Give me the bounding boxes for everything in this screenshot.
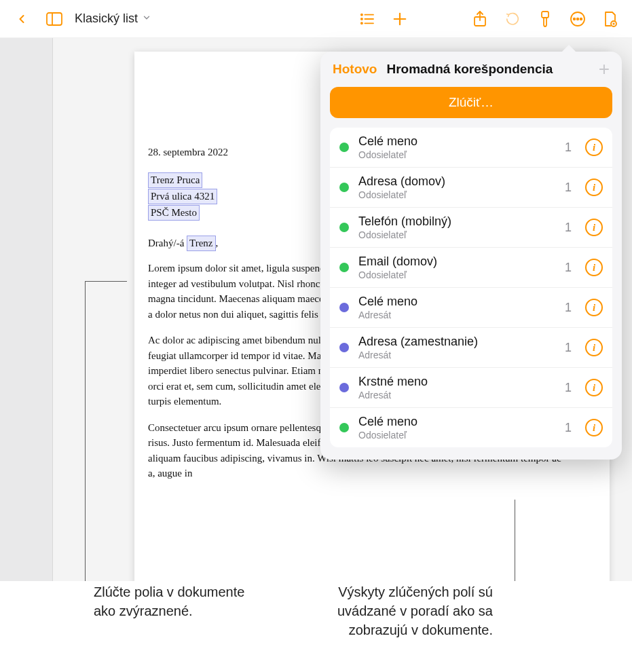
salutation-name-field[interactable]: Trenz	[187, 236, 215, 251]
merge-button[interactable]: Zlúčiť…	[330, 87, 612, 118]
field-color-dot	[339, 263, 349, 272]
add-field-button[interactable]: +	[599, 60, 610, 79]
thumbnail-rail[interactable]	[0, 38, 53, 581]
merge-field-row[interactable]: Celé menoOdosielateľ1i	[330, 408, 612, 447]
field-color-dot	[339, 183, 349, 192]
outline-button[interactable]	[351, 3, 384, 35]
sidebar-toggle-button[interactable]	[38, 3, 71, 35]
info-icon[interactable]: i	[585, 138, 603, 156]
info-icon[interactable]: i	[585, 379, 603, 396]
salutation-prefix: Drahý/-á	[148, 238, 187, 248]
merge-field-row[interactable]: Krstné menoAdresát1i	[330, 368, 612, 408]
field-role: Adresát	[358, 310, 555, 320]
document-title-dropdown[interactable]: Klasický list	[75, 12, 151, 26]
document-title: Klasický list	[75, 12, 138, 26]
field-text: Adresa (domov)Odosielateľ	[358, 174, 555, 200]
field-color-dot	[339, 343, 349, 352]
field-count: 1	[565, 181, 572, 195]
merge-field-row[interactable]: Celé menoAdresát1i	[330, 288, 612, 328]
svg-point-2	[361, 14, 363, 15]
more-button[interactable]	[561, 3, 594, 35]
field-name: Adresa (zamestnanie)	[358, 335, 555, 349]
captions: Zlúčte polia v dokumente ako zvýraznené.…	[0, 582, 632, 639]
field-count: 1	[565, 421, 572, 435]
field-role: Odosielateľ	[358, 189, 555, 200]
field-name: Celé meno	[358, 134, 555, 149]
field-color-dot	[339, 223, 349, 232]
field-name: Adresa (domov)	[358, 174, 555, 189]
done-button[interactable]: Hotovo	[333, 62, 377, 77]
svg-rect-11	[542, 12, 549, 18]
callout-line-right	[515, 500, 515, 581]
chevron-down-icon	[142, 12, 151, 26]
svg-point-4	[361, 18, 363, 19]
popover-header: Hotovo Hromadná korešpondencia +	[330, 60, 612, 79]
share-button[interactable]	[464, 3, 496, 35]
field-text: Adresa (zamestnanie)Adresát	[358, 335, 555, 360]
field-color-dot	[339, 303, 349, 312]
field-count: 1	[565, 301, 572, 315]
field-text: Telefón (mobilný)Odosielateľ	[358, 214, 555, 240]
field-text: Email (domov)Odosielateľ	[358, 255, 555, 280]
field-text: Krstné menoAdresát	[358, 375, 555, 400]
field-name: Telefón (mobilný)	[358, 214, 555, 229]
salutation-suffix: ,	[216, 238, 219, 248]
field-name: Krstné meno	[358, 375, 555, 389]
recipient-name-field[interactable]: Trenz Pruca	[148, 172, 202, 188]
field-role: Odosielateľ	[358, 269, 555, 280]
format-brush-button[interactable]	[529, 3, 561, 35]
field-name: Celé meno	[358, 295, 555, 309]
field-color-dot	[339, 423, 349, 432]
info-icon[interactable]: i	[585, 219, 603, 236]
merge-field-row[interactable]: Celé menoOdosielateľ1i	[330, 128, 612, 168]
popover-title: Hromadná korešpondencia	[386, 62, 589, 77]
info-icon[interactable]: i	[585, 179, 603, 196]
svg-point-6	[361, 22, 363, 24]
recipient-address-field[interactable]: Prvá ulica 4321	[148, 189, 217, 204]
back-button[interactable]	[5, 3, 38, 35]
document-options-button[interactable]	[594, 3, 627, 35]
add-button[interactable]	[384, 3, 416, 35]
svg-point-13	[574, 18, 576, 20]
merge-field-list: Celé menoOdosielateľ1iAdresa (domov)Odos…	[330, 128, 612, 447]
field-count: 1	[565, 381, 572, 395]
field-text: Celé menoOdosielateľ	[358, 134, 555, 160]
recipient-city-field[interactable]: PSČ Mesto	[148, 205, 200, 221]
info-icon[interactable]: i	[585, 299, 603, 316]
caption-right: Výskyty zlúčených polí sú uvádzané v por…	[289, 582, 493, 639]
field-color-dot	[339, 383, 349, 392]
field-count: 1	[565, 221, 572, 235]
field-text: Celé menoAdresát	[358, 295, 555, 320]
field-text: Celé menoOdosielateľ	[358, 415, 555, 441]
merge-field-row[interactable]: Adresa (domov)Odosielateľ1i	[330, 168, 612, 208]
field-role: Adresát	[358, 390, 555, 400]
merge-field-row[interactable]: Telefón (mobilný)Odosielateľ1i	[330, 208, 612, 248]
info-icon[interactable]: i	[585, 259, 603, 276]
field-role: Odosielateľ	[358, 430, 555, 441]
merge-field-row[interactable]: Email (domov)Odosielateľ1i	[330, 248, 612, 288]
callout-line-left-h	[85, 281, 127, 282]
field-color-dot	[339, 143, 349, 152]
info-icon[interactable]: i	[585, 339, 603, 356]
svg-point-14	[577, 18, 579, 20]
undo-button[interactable]	[496, 3, 529, 35]
callout-line-left	[85, 281, 86, 581]
toolbar: Klasický list	[0, 0, 632, 38]
mail-merge-popover: Hotovo Hromadná korešpondencia + Zlúčiť……	[320, 52, 622, 460]
field-name: Celé meno	[358, 415, 555, 429]
field-count: 1	[565, 261, 572, 275]
field-role: Odosielateľ	[358, 149, 555, 160]
info-icon[interactable]: i	[585, 419, 603, 436]
svg-point-18	[613, 22, 615, 24]
merge-field-row[interactable]: Adresa (zamestnanie)Adresát1i	[330, 328, 612, 368]
svg-point-15	[580, 18, 582, 20]
caption-left: Zlúčte polia v dokumente ako zvýraznené.	[94, 582, 270, 639]
field-count: 1	[565, 341, 572, 355]
field-name: Email (domov)	[358, 255, 555, 269]
field-count: 1	[565, 141, 572, 155]
field-role: Adresát	[358, 350, 555, 360]
svg-rect-0	[47, 13, 62, 25]
field-role: Odosielateľ	[358, 229, 555, 240]
